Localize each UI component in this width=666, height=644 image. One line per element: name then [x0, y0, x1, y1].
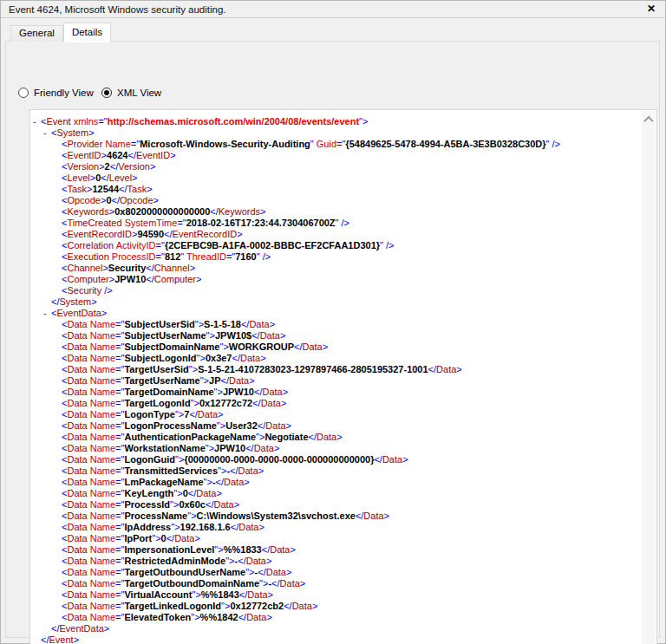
xml-line: <Version>2</Version> [31, 161, 642, 172]
title-bar: Event 4624, Microsoft Windows security a… [1, 1, 665, 18]
xml-line: <Task>12544</Task> [31, 184, 642, 195]
xml-line: <Keywords>0x8020000000000000</Keywords> [31, 206, 642, 218]
xml-line: <Data Name="LmPackageName">-</Data> [31, 477, 642, 488]
xml-line: <Data Name="LogonType">7</Data> [31, 409, 642, 420]
xml-line: <Data Name="AuthenticationPackageName">N… [31, 432, 642, 443]
xml-line: <Data Name="SubjectUserSid">S-1-5-18</Da… [31, 319, 642, 330]
xml-line: <TimeCreated SystemTime="2018-02-16T17:2… [31, 218, 642, 229]
tab-strip: General Details [10, 22, 111, 42]
xml-line: </Event> [31, 634, 642, 644]
dialog-title: Event 4624, Microsoft Windows security a… [9, 1, 226, 18]
xml-line: <Data Name="LogonGuid">{00000000-0000-00… [31, 454, 642, 465]
xml-line: <Data Name="VirtualAccount">%%1843</Data… [31, 589, 642, 601]
friendly-view-radio[interactable]: Friendly View [18, 87, 94, 99]
xml-line: <Execution ProcessID="812" ThreadID="716… [31, 251, 642, 263]
xml-line: <Computer>JPW10</Computer> [31, 274, 642, 285]
xml-line: <EventID>4624</EventID> [31, 150, 642, 161]
xml-line: <Security /> [31, 285, 642, 296]
xml-line: <Data Name="TargetUserName">JP</Data> [31, 375, 642, 387]
xml-view-label: XML View [117, 88, 161, 98]
xml-line: <Data Name="TargetOutboundDomainName">-<… [31, 578, 642, 589]
xml-view-radio[interactable]: XML View [101, 87, 161, 99]
xml-line: <Data Name="IpAddress">192.168.1.6</Data… [31, 522, 642, 533]
xml-line: <Provider Name="Microsoft-Windows-Securi… [31, 139, 642, 150]
tab-details[interactable]: Details [63, 23, 111, 42]
xml-line: <Data Name="IpPort">0</Data> [31, 533, 642, 544]
xml-line: <Data Name="ImpersonationLevel">%%1833</… [31, 544, 642, 556]
xml-document: -<Event xmlns="http://schemas.microsoft.… [31, 111, 642, 644]
xml-line: <Data Name="TargetLinkedLogonId">0x12772… [31, 601, 642, 612]
xml-line: <Correlation ActivityID="{2CEFBC9B-A1FA-… [31, 240, 642, 251]
xml-line: <Data Name="TransmittedServices">-</Data… [31, 465, 642, 477]
friendly-view-label: Friendly View [34, 88, 94, 98]
xml-line: <Channel>Security</Channel> [31, 263, 642, 274]
xml-line: -<Event xmlns="http://schemas.microsoft.… [31, 116, 642, 127]
radio-selected-icon [101, 88, 112, 98]
tab-general[interactable]: General [10, 25, 63, 42]
xml-line: <Data Name="SubjectUserName">JPW10$</Dat… [31, 330, 642, 342]
close-icon[interactable]: ✕ [642, 1, 661, 17]
xml-line: </System> [31, 296, 642, 308]
xml-line: <Data Name="LogonProcessName">User32</Da… [31, 420, 642, 432]
xml-line: <Data Name="ElevatedToken">%%1842</Data> [31, 612, 642, 623]
radio-unselected-icon [18, 88, 29, 98]
xml-line: <Data Name="ProcessName">C:\Windows\Syst… [31, 511, 642, 522]
xml-line: <Data Name="TargetLogonId">0x12772c72</D… [31, 398, 642, 409]
scroll-up-icon[interactable] [642, 113, 656, 127]
xml-line: <Data Name="SubjectLogonId">0x3e7</Data> [31, 353, 642, 364]
xml-line: </EventData> [31, 623, 642, 634]
xml-line: <Data Name="KeyLength">0</Data> [31, 488, 642, 499]
xml-line: -<EventData> [31, 308, 642, 319]
xml-line: <Opcode>0</Opcode> [31, 195, 642, 206]
xml-line: -<System> [31, 127, 642, 139]
xml-line: <Data Name="WorkstationName">JPW10</Data… [31, 443, 642, 454]
xml-line: <Data Name="ProcessId">0x60c</Data> [31, 499, 642, 511]
xml-line: <Data Name="TargetDomainName">JPW10</Dat… [31, 387, 642, 398]
event-properties-dialog: Event 4624, Microsoft Windows security a… [0, 0, 666, 644]
xml-line: <Data Name="TargetOutboundUserName">-</D… [31, 567, 642, 578]
details-tab-page: Friendly View XML View -<Event xmlns="ht… [5, 41, 660, 638]
xml-line: <Data Name="SubjectDomainName">WORKGROUP… [31, 342, 642, 353]
vertical-scrollbar[interactable] [642, 111, 656, 644]
xml-line: <EventRecordID>94590</EventRecordID> [31, 229, 642, 240]
xml-line: <Data Name="TargetUserSid">S-1-5-21-4107… [31, 364, 642, 375]
xml-line: <Data Name="RestrictedAdminMode">-</Data… [31, 556, 642, 567]
xml-view-panel: -<Event xmlns="http://schemas.microsoft.… [29, 109, 657, 644]
xml-line: <Level>0</Level> [31, 172, 642, 184]
